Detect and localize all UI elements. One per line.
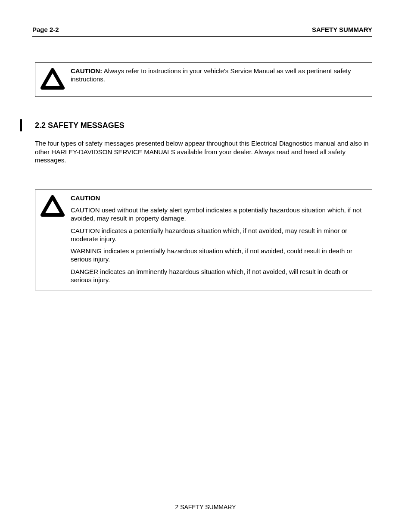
caution-2-p1: CAUTION used without the safety alert sy… <box>71 206 364 223</box>
section-heading: 2.2 SAFETY MESSAGES <box>35 121 125 130</box>
intro-paragraph: The four types of safety messages presen… <box>35 139 372 165</box>
header-rule <box>32 36 372 37</box>
warning-triangle-icon <box>40 68 65 90</box>
caution-2-p3: WARNING indicates a potentially hazardou… <box>71 247 364 264</box>
caution-2-content: CAUTION CAUTION used without the safety … <box>71 194 364 284</box>
caution-2-label: CAUTION <box>71 194 100 202</box>
page-label: Page 2-2 <box>32 26 59 33</box>
warning-triangle-icon <box>40 195 65 218</box>
change-bar <box>20 119 22 131</box>
caution-2-p2: CAUTION indicates a potentially hazardou… <box>71 227 364 243</box>
caution-2-p4: DANGER indicates an imminently hazardous… <box>71 268 364 284</box>
footer-text: 2 SAFETY SUMMARY <box>0 504 411 510</box>
caution-1-text: CAUTION: Always refer to instructions in… <box>71 67 364 84</box>
caution-1-body: Always refer to instructions in your veh… <box>71 67 351 83</box>
section-label: SAFETY SUMMARY <box>312 26 372 33</box>
caution-box-2: CAUTION CAUTION used without the safety … <box>35 190 372 291</box>
caution-1-label: CAUTION: <box>71 67 102 75</box>
caution-box-1: CAUTION: Always refer to instructions in… <box>35 62 372 97</box>
